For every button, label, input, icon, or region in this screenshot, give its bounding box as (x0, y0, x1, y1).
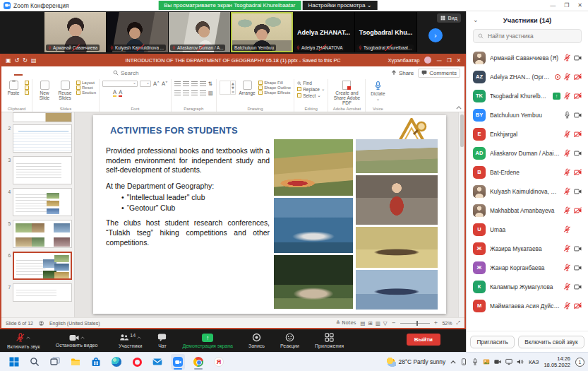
zoom-out-icon[interactable]: − (392, 320, 396, 326)
participant-row[interactable]: AZ Adelya ZHAN... (Организатор) ↑ (473, 67, 582, 86)
justify-icon[interactable] (200, 90, 206, 95)
tray-chevron-icon[interactable] (450, 360, 456, 364)
font-color-button[interactable]: A (119, 89, 122, 97)
file-explorer-icon[interactable] (68, 354, 83, 370)
slide-thumbnail-preview[interactable] (13, 220, 72, 248)
undo-icon[interactable]: ↺ (15, 57, 20, 64)
font-name-box[interactable] (102, 81, 138, 87)
participant-camera-icon[interactable] (574, 151, 582, 156)
ribbon-tab[interactable] (31, 70, 40, 76)
close-button[interactable]: ✕ (577, 2, 582, 8)
mail-app-icon[interactable] (150, 354, 164, 370)
numbered-list-icon[interactable] (183, 81, 189, 86)
ribbon-tab[interactable] (99, 70, 107, 76)
video-tile-camera-off[interactable]: Tsogbadral Khu... Tsogbadral Khurelbaat.… (355, 12, 417, 52)
participant-mic-icon[interactable] (564, 264, 570, 271)
participant-camera-icon[interactable] (574, 208, 582, 213)
participant-camera-icon[interactable] (574, 284, 582, 290)
shape-outline-button[interactable]: Shape Outline (258, 86, 291, 90)
bullet-list-icon[interactable] (174, 81, 181, 86)
tray-screenshot-icon[interactable] (483, 358, 490, 365)
participant-camera-icon[interactable] (574, 246, 582, 252)
invite-button[interactable]: Пригласить (470, 336, 514, 348)
slide-thumbnail-preview[interactable] (13, 188, 72, 216)
ribbon-tab[interactable] (65, 70, 73, 76)
slide-thumbnail[interactable]: 7 (1, 283, 72, 302)
collapse-panel-icon[interactable]: ⌄ (473, 16, 479, 23)
share-screen-button[interactable]: ↑ Демонстрация экрана (182, 329, 233, 352)
layout-button[interactable]: Layout (76, 81, 96, 85)
current-slide[interactable]: ACTIVITIES FOR STUDENTS Provided profess… (93, 115, 446, 314)
increase-font-icon[interactable]: A˄ (153, 81, 160, 87)
slide-thumbnail[interactable]: 6 (1, 252, 72, 280)
select-button[interactable]: Select⌄ (297, 93, 321, 98)
video-tile-camera-off[interactable]: Adelya ZHANAT... Adelya ZHANATOVA (293, 12, 355, 52)
reuse-slides-button[interactable]: Reuse Slides (56, 81, 74, 100)
new-slide-button[interactable]: New Slide (35, 81, 54, 100)
notification-count-badge[interactable]: 1 (575, 358, 584, 367)
ppt-comments-button[interactable]: Comments (418, 69, 460, 78)
ribbon-tab[interactable] (56, 70, 65, 76)
taskbar-clock[interactable]: 14:26 18.05.2022 (544, 355, 570, 369)
participant-row[interactable]: Kulyash Kaimuldinova, Director of ... ↑ (473, 182, 582, 201)
unmute-self-button[interactable]: Включить свой звук (518, 336, 584, 348)
participant-mic-icon[interactable] (564, 130, 570, 138)
unmute-button[interactable]: Включить звук (7, 329, 40, 352)
participant-row[interactable]: TK Tsogbadral Khurelbaatar ↑ (473, 86, 582, 105)
participant-row[interactable]: BY Batchuluun Yembuu ↑ (473, 105, 582, 124)
participant-row[interactable]: B Bat-Erdene ↑ (473, 163, 582, 182)
create-pdf-button[interactable]: Create and Share Adobe PDF (331, 81, 362, 105)
participant-mic-icon[interactable] (564, 245, 570, 252)
yandex-browser-icon[interactable]: Я (212, 354, 226, 370)
taskbar-search-button[interactable] (28, 354, 42, 370)
slide-scrollbar[interactable] (458, 112, 464, 317)
participants-caret[interactable] (137, 335, 141, 340)
section-button[interactable]: Section (76, 90, 96, 95)
view-layout-button[interactable]: Вид (437, 13, 461, 23)
video-tile[interactable]: Kulyash Kaimuldinova ... (107, 12, 169, 52)
participant-row[interactable]: Ж Жазира Мукатаева ↑ (473, 239, 582, 258)
participant-camera-icon[interactable] (574, 303, 582, 309)
zoom-app-icon[interactable] (171, 354, 185, 370)
participant-camera-icon[interactable] (574, 74, 582, 80)
format-painter-icon[interactable] (25, 90, 29, 95)
participant-mic-icon[interactable] (564, 73, 570, 81)
participant-mic-icon[interactable] (564, 187, 570, 195)
participants-button[interactable]: 14 Участники (119, 329, 142, 352)
language-status[interactable]: English (United States) (49, 321, 100, 326)
tray-phone-icon[interactable] (460, 358, 467, 365)
participant-search[interactable] (473, 29, 582, 43)
participant-camera-icon[interactable] (574, 112, 582, 118)
ribbon-tab[interactable] (82, 70, 90, 76)
ppt-close-icon[interactable]: ✕ (457, 57, 461, 64)
arrange-button[interactable]: Arrange (238, 81, 256, 95)
ppt-restore-icon[interactable]: ❐ (447, 57, 452, 64)
participant-row[interactable]: E Enkhjargal ↑ (473, 124, 582, 143)
copy-icon[interactable] (25, 86, 29, 90)
slideshow-icon[interactable]: ▤ (31, 57, 37, 64)
video-tile-active-speaker[interactable]: Batchuluun Yembuu (231, 12, 293, 52)
keyboard-language[interactable]: КАЗ (529, 359, 539, 365)
replace-button[interactable]: Replace⌄ (297, 86, 325, 92)
ribbon-tab[interactable] (48, 70, 56, 76)
slide-thumbnail-preview[interactable] (13, 124, 72, 153)
dictate-button[interactable]: Dictate⌄ (368, 81, 387, 102)
align-right-icon[interactable] (191, 90, 198, 95)
participant-row[interactable]: Арманай Саванчиева (Я) ↑ (473, 48, 582, 67)
chrome-browser-icon[interactable] (191, 354, 205, 370)
participant-mic-icon[interactable] (564, 302, 570, 310)
participant-row[interactable]: Ж Жанар Корганбаева ↑ (473, 258, 582, 277)
participant-mic-icon[interactable] (564, 225, 570, 233)
ppt-share-button[interactable]: Share (391, 70, 414, 76)
participant-mic-icon[interactable] (564, 149, 570, 157)
zoom-slider[interactable] (400, 323, 430, 324)
indent-increase-icon[interactable] (200, 81, 206, 86)
participant-camera-icon[interactable] (574, 170, 582, 175)
ppt-minimize-icon[interactable]: — (436, 57, 442, 64)
minimize-button[interactable]: — (550, 2, 556, 8)
video-tile[interactable]: Арманай Саванчиева (44, 12, 107, 52)
ribbon-tab[interactable] (23, 70, 31, 76)
indent-decrease-icon[interactable] (191, 81, 198, 86)
tray-display-icon[interactable] (505, 358, 512, 365)
maximize-button[interactable]: ❐ (564, 2, 569, 8)
